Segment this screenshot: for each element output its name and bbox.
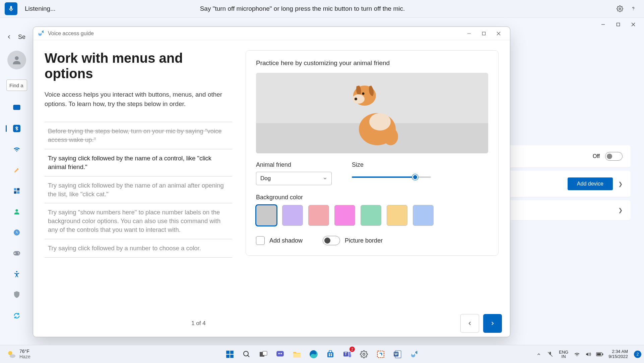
modal-maximize-button[interactable] [476, 29, 491, 39]
modal-minimize-button[interactable] [462, 29, 476, 39]
svg-rect-56 [331, 355, 332, 356]
animal-friend-value: Dog [260, 175, 271, 182]
volume-icon[interactable] [584, 350, 593, 359]
clock[interactable]: 2:34 AM 9/15/2022 [606, 349, 630, 359]
color-swatch[interactable] [282, 205, 303, 226]
color-swatch[interactable] [413, 205, 434, 226]
wifi-icon[interactable] [572, 350, 582, 359]
nav-update[interactable] [10, 309, 24, 322]
modal-close-button[interactable] [491, 29, 506, 39]
language-indicator[interactable]: ENG IN [557, 350, 570, 359]
back-button[interactable]: Se [4, 31, 29, 43]
guide-steps: Before trying the steps below, turn on y… [45, 122, 232, 258]
step-item: Try saying click followed by a number to… [45, 239, 232, 258]
svg-rect-62 [377, 351, 384, 358]
color-swatch[interactable] [308, 205, 329, 226]
svg-point-33 [352, 94, 365, 104]
checkbox-icon [256, 236, 265, 245]
next-button[interactable] [483, 314, 502, 333]
color-swatch[interactable] [256, 205, 277, 226]
task-view-button[interactable] [256, 347, 270, 361]
svg-point-59 [348, 352, 351, 354]
color-swatch[interactable] [334, 205, 355, 226]
nav-accessibility[interactable] [10, 267, 24, 281]
practice-pane: Practice here by customizing your animal… [246, 50, 499, 256]
svg-point-31 [383, 128, 398, 145]
svg-point-36 [369, 113, 391, 131]
weather-temp: 76°F [19, 349, 30, 354]
toggle-state-label: Off [593, 153, 600, 159]
dog-illustration [340, 79, 404, 147]
teams-icon[interactable]: T2 [340, 347, 354, 361]
voice-access-taskbar-icon[interactable] [407, 347, 421, 361]
svg-point-67 [412, 353, 414, 355]
svg-rect-13 [14, 191, 16, 194]
find-setting-input[interactable]: Find a [6, 80, 27, 91]
picture-border-toggle[interactable]: Picture border [323, 236, 383, 245]
svg-point-49 [280, 353, 282, 354]
tray-overflow-icon[interactable] [534, 350, 543, 359]
animal-friend-label: Animal friend [256, 161, 332, 168]
svg-rect-52 [327, 352, 333, 357]
mic-button[interactable] [5, 2, 17, 15]
bg-color-label: Background color [256, 194, 488, 201]
svg-point-7 [15, 56, 18, 60]
add-shadow-checkbox[interactable]: Add shadow [256, 236, 303, 245]
search-button[interactable] [240, 347, 254, 361]
size-slider[interactable] [352, 176, 431, 178]
svg-rect-39 [226, 351, 230, 354]
notification-badge[interactable]: 2 [634, 351, 641, 358]
minimize-button[interactable] [595, 19, 610, 30]
svg-point-23 [39, 32, 41, 34]
close-button[interactable] [626, 19, 641, 30]
start-button[interactable] [223, 347, 237, 361]
battery-icon[interactable] [595, 350, 604, 359]
nav-apps[interactable] [10, 184, 24, 198]
guide-right-column: Practice here by customizing your animal… [246, 50, 499, 303]
weather-widget[interactable]: 76°F Haze [3, 349, 35, 359]
nav-gaming[interactable] [10, 247, 24, 260]
nav-time[interactable] [10, 226, 24, 239]
step-item: Try saying click followed by the name of… [45, 176, 232, 204]
nav-bluetooth[interactable] [10, 122, 24, 135]
prev-button[interactable] [460, 314, 479, 333]
chat-app-icon[interactable] [273, 347, 287, 361]
color-swatch[interactable] [361, 205, 381, 226]
maximize-button[interactable] [610, 19, 626, 30]
svg-rect-4 [617, 23, 620, 26]
step-item: Before trying the steps below, turn on y… [45, 122, 232, 149]
nav-privacy[interactable] [10, 288, 24, 302]
svg-rect-47 [276, 351, 284, 356]
settings-gear-icon[interactable] [614, 3, 626, 15]
guide-left-column: Work with menus and options Voice access… [45, 50, 232, 303]
page-indicator: 1 of 4 [33, 320, 406, 327]
add-device-button[interactable]: Add device [568, 177, 613, 190]
settings-app-icon[interactable] [357, 347, 371, 361]
toggle-switch[interactable] [605, 152, 623, 161]
file-explorer-icon[interactable] [290, 347, 304, 361]
store-icon[interactable] [323, 347, 337, 361]
svg-rect-41 [226, 355, 230, 358]
practice-title: Practice here by customizing your animal… [256, 59, 488, 67]
word-icon[interactable]: W [390, 347, 404, 361]
svg-point-2 [633, 10, 634, 10]
nav-personalization[interactable] [10, 163, 24, 177]
snipping-tool-icon[interactable] [374, 347, 388, 361]
help-icon[interactable] [627, 3, 639, 15]
svg-rect-25 [43, 30, 44, 33]
nav-system[interactable] [10, 101, 24, 114]
nav-network[interactable] [10, 143, 24, 156]
weather-cond: Haze [19, 354, 30, 359]
modal-footer: 1 of 4 [33, 310, 510, 337]
svg-rect-69 [416, 351, 417, 354]
svg-rect-11 [14, 188, 16, 191]
edge-icon[interactable] [307, 347, 321, 361]
chevron-right-icon: ❯ [618, 207, 623, 213]
mic-muted-icon[interactable] [545, 350, 555, 359]
chevron-right-icon: ❯ [618, 181, 623, 187]
animal-friend-select[interactable]: Dog [256, 172, 332, 185]
nav-accounts[interactable] [10, 205, 24, 218]
avatar[interactable] [7, 51, 26, 69]
voice-access-bar: Listening... Say "turn off microphone" o… [0, 0, 644, 18]
color-swatch[interactable] [387, 205, 407, 226]
